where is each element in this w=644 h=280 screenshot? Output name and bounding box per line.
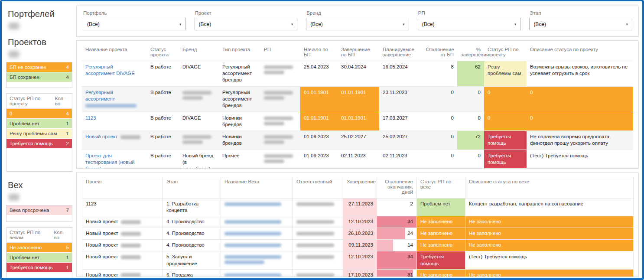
dropdown-caret-icon: ▾ — [514, 22, 517, 26]
status-row[interactable]: Решу проблемы сам1 — [7, 129, 72, 139]
cell-stage: 4. Производство — [163, 216, 221, 228]
filter-dropdown[interactable]: (Все)▾ — [83, 18, 186, 30]
column-header[interactable]: Этап — [163, 177, 221, 199]
filter-dropdown[interactable]: (Все)▾ — [306, 18, 409, 30]
cell-deviation: 0 — [423, 131, 457, 150]
cell-milestone-rp-status: Не заполнено — [417, 228, 465, 240]
redacted-text — [296, 255, 334, 259]
cell-deviation-days: 24 — [377, 228, 417, 240]
column-header[interactable]: % завершения — [457, 45, 484, 61]
cell-milestone-description: Не заполнено — [465, 216, 634, 228]
bp-status-table: БП не сохранен4БП сохранен4 — [6, 62, 72, 88]
cell-project-status: В работе — [147, 150, 179, 169]
milestone-link-redacted[interactable] — [224, 260, 264, 264]
status-row[interactable]: Веха просрочена7 — [7, 205, 72, 215]
milestone-link-redacted[interactable] — [224, 244, 281, 247]
project-link[interactable]: 1123 — [85, 115, 96, 120]
cell-project-type: Новинки брендов — [219, 131, 260, 150]
project-link[interactable]: Проект для тестирования (новый бренд) — [85, 153, 135, 169]
status-row[interactable]: 04 — [7, 109, 72, 119]
status-count: 4 — [66, 65, 69, 70]
mini-table-padding — [7, 215, 72, 221]
column-header[interactable]: Название проекта — [82, 45, 147, 61]
cell-status-description: 0 — [527, 112, 633, 130]
column-header[interactable]: Отклонение от БП — [423, 45, 457, 61]
project-link[interactable]: Новый проект — [85, 134, 140, 139]
redacted-text — [121, 273, 141, 277]
portfolios-kpi: Портфелей — [6, 6, 72, 29]
status-row[interactable]: БП не сохранен4 — [7, 62, 72, 72]
redacted-text — [121, 220, 141, 224]
column-header[interactable]: Отклонение окончания, дней — [377, 177, 417, 199]
cell-milestone-name[interactable] — [221, 216, 293, 228]
filter-dropdown[interactable]: (Все)▾ — [418, 18, 521, 30]
column-header[interactable]: Статус РП по вехе — [417, 177, 465, 199]
cell-stage: 4. Производство — [163, 240, 221, 251]
projects-count-label: Проектов — [6, 34, 72, 49]
status-row[interactable]: Не заполнено5 — [7, 243, 72, 253]
redacted-text — [120, 135, 140, 139]
milestone-link-redacted[interactable] — [224, 232, 281, 235]
column-header[interactable]: Описание статуса по проекту — [527, 45, 633, 61]
status-count: 1 — [66, 131, 69, 136]
column-header[interactable]: Статус проекта — [147, 45, 179, 61]
cell-rp-status: 0 — [484, 112, 527, 130]
status-label: Веха просрочена — [10, 208, 49, 213]
column-header[interactable]: Завершение — [343, 177, 377, 199]
milestone-link-redacted[interactable] — [224, 273, 281, 277]
project-row: Новый проектВ работеНовинки брендов01.09… — [82, 131, 633, 150]
column-header[interactable]: Название Веха — [221, 177, 293, 199]
cell-deviation-days: 31 — [377, 269, 417, 277]
column-header[interactable]: Бренд — [179, 45, 219, 61]
cell-completion-date: 17.10.2023 — [343, 269, 377, 277]
filter-Этап: Этап(Все)▾ — [529, 10, 632, 36]
column-header[interactable]: Описание статуса по вехе — [465, 177, 634, 199]
cell-milestone-name[interactable] — [221, 251, 293, 269]
cell-milestone-name[interactable] — [221, 240, 293, 251]
filter-dropdown[interactable]: (Все)▾ — [195, 18, 298, 30]
mini-header-count: Кол-во — [55, 96, 69, 106]
cell-start-date: 01.09.2023 — [300, 150, 338, 169]
column-header[interactable]: Ответственный — [293, 177, 343, 199]
column-header[interactable]: Тип проекта — [219, 45, 260, 61]
cell-project-status: В работе — [147, 86, 179, 112]
cell-responsible — [293, 251, 343, 269]
cell-rp — [260, 112, 300, 130]
cell-project-name: Регулярный ассортимент DIVAGE — [82, 61, 147, 87]
milestones-count-value-redacted — [9, 194, 19, 201]
column-header[interactable]: Завершение по БП — [338, 45, 379, 61]
milestone-link-redacted[interactable] — [224, 255, 281, 259]
cell-milestone-name[interactable] — [221, 228, 293, 240]
dashboard-frame: Портфелей Проектов БП не сохранен4БП сох… — [0, 0, 644, 280]
milestone-link-redacted[interactable] — [224, 202, 281, 206]
cell-rp-status: Требуется помощь — [484, 150, 527, 169]
cell-start-date: 01.01.1901 — [300, 112, 338, 130]
column-header[interactable]: Планируемое завершение — [379, 45, 423, 61]
status-count: 7 — [66, 208, 69, 213]
filter-dropdown[interactable]: (Все)▾ — [529, 18, 632, 30]
cell-milestone-description: Не заполнено — [465, 240, 634, 251]
column-header[interactable]: Начало по БП — [300, 45, 338, 61]
column-header[interactable]: Проект — [82, 177, 163, 199]
cell-status-description: (Тест) Требуется помощь — [527, 150, 633, 169]
browser-chrome-blur — [370, 1, 444, 3]
filter-label: Портфель — [83, 10, 186, 16]
projects-kpi: Проектов — [6, 34, 72, 58]
column-header[interactable]: Статус РП по проекту — [484, 45, 527, 61]
cell-end-date: 25.02.2027 — [338, 131, 379, 150]
milestone-link-redacted[interactable] — [224, 220, 281, 224]
status-row[interactable]: Требуется помощь2 — [7, 139, 72, 149]
project-link[interactable]: Регулярный ассортимент DIVAGE — [85, 64, 135, 76]
cell-milestone-rp-status: Требуется помощь — [417, 251, 465, 269]
cell-project-status: В работе — [147, 112, 179, 130]
status-row[interactable]: Требуется помощь1 — [7, 263, 72, 273]
column-header[interactable]: РП — [260, 45, 300, 61]
project-link[interactable]: Регулярный ассортимент — [85, 90, 115, 101]
status-row[interactable]: Проблем нет1 — [7, 119, 72, 129]
cell-status-description: Возможны срывы сроков, изготовитель не у… — [527, 61, 633, 87]
status-row[interactable]: Проблем нет1 — [7, 253, 72, 263]
cell-milestone-name[interactable] — [221, 269, 293, 277]
cell-rp-status: Решу проблемы сам — [484, 61, 527, 87]
cell-milestone-name[interactable] — [221, 199, 293, 216]
status-row[interactable]: БП сохранен4 — [7, 72, 72, 82]
